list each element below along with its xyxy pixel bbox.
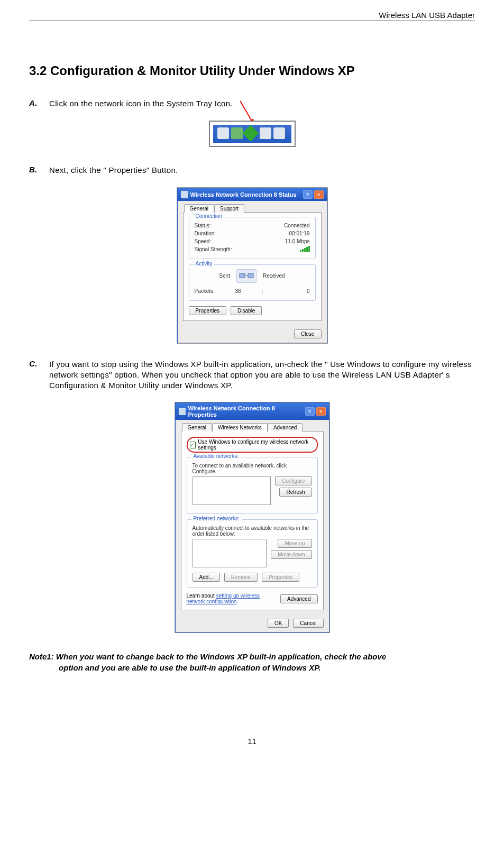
list-label-a: A. [29, 98, 49, 109]
speed-value: 11.0 Mbps [285, 238, 310, 244]
page-number: 11 [29, 737, 475, 746]
close-button[interactable]: × [314, 190, 324, 199]
list-item-c: C. If you want to stop using the Windows… [29, 359, 475, 391]
move-down-button[interactable]: Move down [271, 550, 311, 559]
refresh-button[interactable]: Refresh [279, 488, 311, 497]
group-preferred: Preferred networks: [191, 516, 242, 521]
tray-icon-diamond[interactable] [242, 125, 259, 142]
add-button[interactable]: Add... [193, 573, 220, 582]
list-label-c: C. [29, 359, 49, 391]
list-item-b: B. Next, click the " Properties" Button. [29, 165, 475, 176]
tab-general[interactable]: General [184, 204, 215, 213]
status-label: Status: [195, 223, 211, 228]
tray-network-icon[interactable] [260, 127, 271, 139]
dialog-title-text: Wireless Network Connection 8 Status [190, 191, 297, 198]
svg-rect-2 [240, 273, 245, 278]
tab-advanced[interactable]: Advanced [268, 423, 303, 432]
ok-button[interactable]: OK [268, 619, 289, 628]
activity-icon [236, 269, 256, 283]
status-value: Connected [284, 223, 309, 228]
properties-dialog: Wireless Network Connection 8 Properties… [175, 402, 329, 632]
signal-label: Signal Strength: [195, 246, 232, 252]
list-text-c: If you want to stop using the Windows XP… [49, 359, 475, 391]
configure-button[interactable]: Configure [275, 476, 311, 485]
duration-label: Duration: [195, 231, 216, 236]
figure-systray [29, 121, 475, 149]
tab-general[interactable]: General [182, 423, 213, 432]
figure-status-dialog: Wireless Network Connection 8 Status ? ×… [29, 188, 475, 343]
remove-button[interactable]: Remove [224, 573, 258, 582]
speed-label: Speed: [195, 238, 212, 244]
preferred-networks-list[interactable] [193, 539, 267, 567]
status-dialog: Wireless Network Connection 8 Status ? ×… [177, 188, 327, 343]
close-button[interactable]: × [316, 407, 326, 416]
tray-icon-generic[interactable] [231, 127, 243, 139]
group-available: Available networks: [191, 453, 241, 459]
tray-icon-generic[interactable] [273, 127, 285, 139]
move-up-button[interactable]: Move up [278, 539, 311, 548]
group-activity: Activity [194, 261, 215, 267]
learn-about-text: Learn about setting up wireless network … [187, 593, 277, 604]
properties-button[interactable]: Properties [262, 573, 300, 582]
packets-received: 0 [263, 288, 310, 294]
figure-properties-dialog: Wireless Network Connection 8 Properties… [29, 402, 475, 632]
cancel-button[interactable]: Cancel [293, 619, 323, 628]
use-windows-checkbox-highlight: ✓ Use Windows to configure my wireless n… [187, 437, 318, 453]
dialog-title-text: Wireless Network Connection 8 Properties [188, 405, 305, 418]
available-note: To connect to an available network, clic… [193, 463, 312, 474]
list-item-a: A. Click on the network icon in the Syst… [29, 98, 475, 109]
advanced-button[interactable]: Advanced [280, 594, 317, 603]
svg-rect-3 [248, 273, 253, 278]
close-dialog-button[interactable]: Close [294, 329, 322, 338]
signal-strength-icon [300, 246, 310, 252]
group-connection: Connection [194, 213, 225, 219]
disable-button[interactable]: Disable [231, 306, 262, 315]
list-text-a: Click on the network icon in the System … [49, 98, 475, 109]
help-button[interactable]: ? [305, 407, 315, 416]
duration-value: 00:01:19 [289, 231, 310, 236]
tab-support[interactable]: Support [214, 204, 244, 213]
dialog-titlebar: Wireless Network Connection 8 Properties… [176, 403, 329, 420]
network-icon [181, 191, 188, 198]
sent-label: Sent [219, 273, 230, 279]
tab-wireless-networks[interactable]: Wireless Networks [212, 423, 268, 432]
use-windows-checkbox[interactable]: ✓ [190, 442, 196, 448]
help-button[interactable]: ? [303, 190, 313, 199]
section-title: 3.2 Configuration & Monitor Utility Unde… [29, 63, 475, 78]
preferred-note: Automatically connect to available netwo… [193, 525, 312, 537]
network-icon [179, 408, 186, 415]
properties-button[interactable]: Properties [189, 306, 227, 315]
use-windows-label: Use Windows to configure my wireless net… [198, 439, 314, 451]
available-networks-list[interactable] [193, 476, 271, 505]
received-label: Received [263, 273, 285, 279]
list-label-b: B. [29, 165, 49, 176]
system-tray [209, 121, 296, 147]
page-header: Wireless LAN USB Adapter [29, 11, 475, 21]
list-text-b: Next, click the " Properties" Button. [49, 165, 475, 176]
note1: Note1: When you want to change back to t… [29, 652, 475, 673]
packets-label: Packets: [195, 288, 215, 294]
dialog-titlebar: Wireless Network Connection 8 Status ? × [178, 188, 327, 201]
tray-icon-generic[interactable] [217, 127, 229, 139]
packets-sent: 36 [215, 288, 262, 294]
